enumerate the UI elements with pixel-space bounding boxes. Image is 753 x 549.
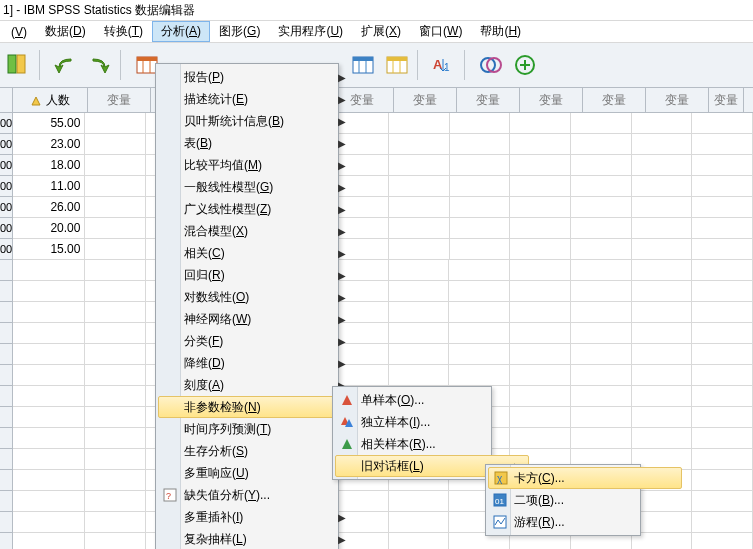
data-cell[interactable] — [571, 386, 632, 407]
data-cell[interactable] — [510, 113, 571, 134]
data-cell[interactable] — [632, 302, 693, 323]
data-cell[interactable] — [85, 176, 146, 197]
data-cell[interactable] — [389, 512, 450, 533]
data-cell[interactable]: 26.00 — [13, 197, 85, 218]
menu-analyze-item[interactable]: 时间序列预测(T)▶ — [158, 418, 352, 440]
data-cell[interactable] — [571, 155, 632, 176]
data-cell[interactable] — [632, 344, 693, 365]
data-cell[interactable] — [632, 323, 693, 344]
row-header[interactable]: 00 — [0, 218, 13, 239]
data-cell[interactable] — [449, 323, 510, 344]
data-cell[interactable] — [692, 365, 753, 386]
data-cell[interactable] — [85, 239, 146, 260]
data-cell[interactable] — [450, 176, 511, 197]
data-cell[interactable] — [632, 218, 693, 239]
row-header[interactable] — [0, 344, 13, 365]
data-cell[interactable] — [449, 260, 510, 281]
menu-analyze-item[interactable]: 降维(D)▶ — [158, 352, 352, 374]
row-header[interactable] — [0, 365, 13, 386]
data-cell[interactable]: 15.00 — [13, 239, 85, 260]
column-header-empty[interactable]: 变量 — [457, 88, 520, 112]
data-cell[interactable] — [85, 344, 146, 365]
menu-legacy-item[interactable]: 游程(R)... — [488, 511, 682, 533]
menu-analyze-item[interactable]: 对数线性(O)▶ — [158, 286, 352, 308]
data-cell[interactable] — [13, 470, 85, 491]
data-cell[interactable] — [85, 323, 146, 344]
menu-analyze-item[interactable]: 贝叶斯统计信息(B)▶ — [158, 110, 352, 132]
menubar-item[interactable]: 帮助(H) — [471, 21, 530, 42]
data-cell[interactable] — [632, 155, 693, 176]
data-cell[interactable] — [692, 386, 753, 407]
menubar-item[interactable]: 窗口(W) — [410, 21, 471, 42]
data-cell[interactable] — [692, 155, 753, 176]
row-header[interactable]: 00 — [0, 176, 13, 197]
data-cell[interactable] — [632, 260, 693, 281]
data-cell[interactable] — [450, 113, 511, 134]
menu-analyze-item[interactable]: 复杂抽样(L)▶ — [158, 528, 352, 549]
menu-analyze-item[interactable]: 混合模型(X)▶ — [158, 220, 352, 242]
data-cell[interactable] — [85, 533, 146, 549]
menu-nonparam-item[interactable]: 独立样本(I)... — [335, 411, 529, 433]
data-cell[interactable] — [85, 197, 146, 218]
menu-analyze-item[interactable]: 神经网络(W)▶ — [158, 308, 352, 330]
data-cell[interactable] — [389, 197, 450, 218]
row-header[interactable] — [0, 449, 13, 470]
menu-analyze-item[interactable]: 相关(C)▶ — [158, 242, 352, 264]
menubar-item[interactable]: 扩展(X) — [352, 21, 410, 42]
data-cell[interactable] — [632, 113, 693, 134]
data-cell[interactable] — [571, 113, 632, 134]
data-cell[interactable] — [450, 218, 511, 239]
data-cell[interactable] — [571, 407, 632, 428]
menu-nonparam-item[interactable]: 相关样本(R)... — [335, 433, 529, 455]
data-cell[interactable] — [632, 428, 693, 449]
toolbar-goto-icon[interactable] — [3, 50, 35, 80]
data-cell[interactable] — [85, 260, 146, 281]
data-cell[interactable] — [510, 197, 571, 218]
data-cell[interactable] — [389, 491, 450, 512]
data-cell[interactable] — [389, 533, 450, 549]
data-cell[interactable] — [389, 344, 450, 365]
data-cell[interactable] — [692, 197, 753, 218]
data-cell[interactable] — [13, 533, 85, 549]
menu-analyze-item[interactable]: 描述统计(E)▶ — [158, 88, 352, 110]
data-cell[interactable] — [692, 491, 753, 512]
data-cell[interactable] — [13, 512, 85, 533]
row-header[interactable] — [0, 428, 13, 449]
data-cell[interactable] — [85, 113, 146, 134]
column-header-empty[interactable]: 变量 — [709, 88, 744, 112]
toolbar-labels-icon[interactable]: A1 — [428, 50, 460, 80]
data-cell[interactable] — [510, 365, 571, 386]
data-cell[interactable] — [13, 428, 85, 449]
row-header[interactable]: 00 — [0, 134, 13, 155]
data-cell[interactable] — [692, 113, 753, 134]
data-cell[interactable] — [692, 449, 753, 470]
toolbar-grid-yellow-icon[interactable] — [381, 50, 413, 80]
data-cell[interactable] — [692, 428, 753, 449]
data-cell[interactable] — [571, 302, 632, 323]
column-header[interactable]: 人数 — [13, 88, 88, 112]
column-header-empty[interactable]: 变量 — [646, 88, 709, 112]
data-cell[interactable] — [389, 281, 450, 302]
data-cell[interactable] — [450, 239, 511, 260]
row-header[interactable] — [0, 470, 13, 491]
menu-analyze-item[interactable]: 多重插补(I)▶ — [158, 506, 352, 528]
data-cell[interactable] — [692, 470, 753, 491]
menu-analyze-item[interactable]: 表(B)▶ — [158, 132, 352, 154]
data-cell[interactable] — [449, 344, 510, 365]
data-cell[interactable] — [571, 323, 632, 344]
menu-analyze-item[interactable]: 报告(P)▶ — [158, 66, 352, 88]
row-header[interactable] — [0, 281, 13, 302]
menu-legacy-item[interactable]: 01二项(B)... — [488, 489, 682, 511]
data-cell[interactable] — [13, 449, 85, 470]
data-cell[interactable] — [389, 323, 450, 344]
data-cell[interactable] — [510, 281, 571, 302]
data-cell[interactable] — [571, 197, 632, 218]
data-cell[interactable] — [510, 176, 571, 197]
data-cell[interactable] — [85, 155, 146, 176]
data-cell[interactable] — [692, 533, 753, 549]
data-cell[interactable] — [571, 239, 632, 260]
data-cell[interactable] — [632, 281, 693, 302]
data-cell[interactable] — [571, 344, 632, 365]
data-cell[interactable] — [632, 407, 693, 428]
row-header[interactable]: 00 — [0, 239, 13, 260]
